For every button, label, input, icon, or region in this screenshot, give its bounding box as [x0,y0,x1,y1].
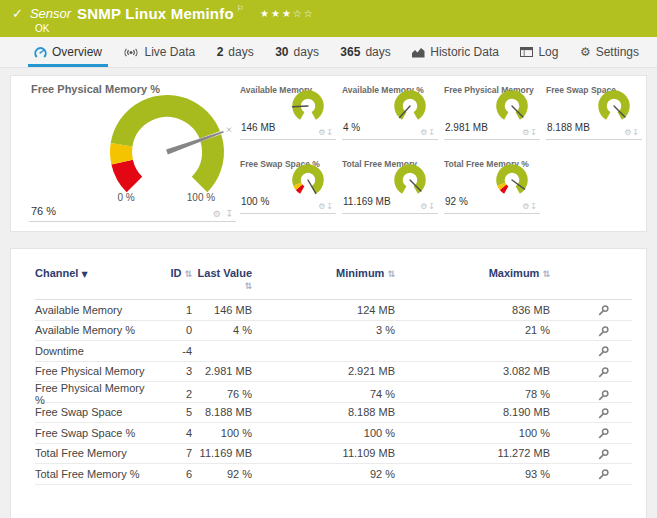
cell-maximum: 21 % [395,324,550,336]
cell-channel: Total Free Memory % [35,468,155,480]
gauge-value: 100 % [241,196,269,207]
cell-id: 0 [155,324,192,336]
tab-number: 365 [340,45,360,59]
gauge-tile-free-physical-memory-pct[interactable]: Free Physical Memory % 0 % 100 % 76 % ⚙ … [29,82,236,222]
tab-label: Live Data [144,45,195,59]
cell-channel: Free Physical Memory [35,365,155,377]
small-gauge [288,163,328,199]
cell-channel: Free Swap Space [35,406,155,418]
table-row-free-physical-memory[interactable]: Free Physical Memory32.981 MB2.921 MB3.0… [35,362,632,383]
cell-minimum: 8.188 MB [252,406,395,418]
channel-settings-icon[interactable] [598,427,610,439]
cell-id: 1 [155,304,192,316]
gauge-pin-icon[interactable]: ↧ [632,128,640,137]
gauge-settings-icon[interactable]: ⚙ [213,209,222,219]
tab-2-days[interactable]: 2days [211,37,260,67]
gauge-pin-icon[interactable]: ↧ [326,128,334,137]
overview-gauge-icon [34,46,47,59]
table-row-downtime[interactable]: Downtime-4 [35,341,632,362]
channel-settings-icon[interactable] [598,468,610,480]
tab-bar: OverviewLive Data2days30days365daysHisto… [0,37,657,68]
channel-settings-icon[interactable] [598,325,610,337]
table-header-row: Channel ▼ID ⇅Last Value ⇅Minimum ⇅Maximu… [35,261,632,300]
cell-maximum: 78 % [395,388,550,400]
channel-table-panel: Channel ▼ID ⇅Last Value ⇅Minimum ⇅Maximu… [10,248,647,518]
cell-id: -4 [155,345,192,357]
sort-icon: ⇅ [244,281,252,291]
cell-id: 4 [155,427,192,439]
channel-settings-icon[interactable] [598,448,610,460]
tab-30-days[interactable]: 30days [269,37,325,67]
small-gauges-grid: Available Memory146 MB⚙↧Available Memory… [240,83,642,214]
flag-icon[interactable]: ⚐ [237,4,244,13]
table-row-available-memory[interactable]: Available Memory %04 %3 %21 % [35,321,632,342]
cell-last-value: 8.188 MB [192,406,252,418]
cell-minimum: 11.109 MB [252,447,395,459]
table-row-total-free-memory[interactable]: Total Free Memory %692 %92 %93 % [35,464,632,485]
tab-label: Historic Data [430,45,499,59]
channel-settings-icon[interactable] [598,304,610,316]
sensor-kind-label: Sensor [30,6,71,21]
gauge-tile-total-free-memory[interactable]: Total Free Memory %92 %⚙↧ [444,157,540,214]
tab-live-data[interactable]: Live Data [117,37,201,67]
gauge-value: 76 % [31,205,56,217]
channel-settings-icon[interactable] [598,366,610,378]
cell-id: 3 [155,365,192,377]
tab-overview[interactable]: Overview [28,37,108,67]
gauge-pin-icon[interactable]: ↧ [326,202,334,211]
cell-last-value: 100 % [192,427,252,439]
historic-data-icon [412,47,425,58]
table-row-free-physical-memory[interactable]: Free Physical Memory %276 %74 %78 % [35,382,632,403]
cell-last-value: 11.169 MB [192,447,252,459]
channel-settings-icon[interactable] [598,389,610,401]
gauge-value: 92 % [445,196,468,207]
column-header-last-value[interactable]: Last Value ⇅ [192,267,252,291]
channel-settings-icon[interactable] [598,345,610,357]
gauge-tile-free-swap-space[interactable]: Free Swap Space8.188 MB⚙↧ [546,83,642,140]
column-header-maximum[interactable]: Maximum ⇅ [395,267,550,279]
cell-last-value: 76 % [192,388,252,400]
sort-icon: ⇅ [184,269,192,279]
gauge-value: 146 MB [241,122,275,133]
cell-maximum: 3.082 MB [395,365,550,377]
table-row-free-swap-space[interactable]: Free Swap Space58.188 MB8.188 MB8.190 MB [35,403,632,424]
cell-last-value: 4 % [192,324,252,336]
table-row-free-swap-space[interactable]: Free Swap Space %4100 %100 %100 % [35,423,632,444]
gauge-pin-icon[interactable]: ↧ [530,202,538,211]
gauge-pin-icon[interactable]: ↧ [530,128,538,137]
sort-icon: ⇅ [387,269,395,279]
gauge-tile-free-physical-memory[interactable]: Free Physical Memory2.981 MB⚙↧ [444,83,540,140]
column-header-channel[interactable]: Channel ▼ [35,267,155,279]
tab-historic-data[interactable]: Historic Data [406,37,505,67]
tab-log[interactable]: Log [514,37,564,67]
gauges-panel: Free Physical Memory % 0 % 100 % 76 % ⚙ … [10,75,647,232]
small-gauge [594,89,634,125]
cell-channel: Downtime [35,345,155,357]
gauge-tile-available-memory[interactable]: Available Memory146 MB⚙↧ [240,83,336,140]
column-header-id[interactable]: ID ⇅ [155,267,192,279]
cell-id: 2 [155,388,192,400]
cell-channel: Free Physical Memory % [35,382,155,406]
gauge-pin-icon[interactable]: ↧ [428,128,436,137]
gauge-tile-available-memory[interactable]: Available Memory %4 %⚙↧ [342,83,438,140]
cell-minimum: 124 MB [252,304,395,316]
tab-label: days [294,45,319,59]
channel-settings-icon[interactable] [598,407,610,419]
cell-maximum: 8.190 MB [395,406,550,418]
tab-label: days [365,45,390,59]
small-gauge [390,89,430,125]
tab-settings[interactable]: ⚙Settings [574,37,645,67]
tab-365-days[interactable]: 365days [334,37,396,67]
priority-stars[interactable]: ★★★☆☆ [260,8,315,19]
gauge-tile-free-swap-space[interactable]: Free Swap Space %100 %⚙↧ [240,157,336,214]
cell-maximum: 93 % [395,468,550,480]
column-header-minimum[interactable]: Minimum ⇅ [252,267,395,279]
gauge-pin-icon[interactable]: ↧ [225,209,234,219]
settings-gear-icon: ⚙ [580,46,591,58]
cell-last-value: 2.981 MB [192,365,252,377]
gauge-tile-total-free-memory[interactable]: Total Free Memory11.169 MB⚙↧ [342,157,438,214]
gauge-pin-icon[interactable]: ↧ [428,202,436,211]
status-ok-icon: ✓ [12,6,23,21]
table-row-available-memory[interactable]: Available Memory1146 MB124 MB836 MB [35,300,632,321]
table-row-total-free-memory[interactable]: Total Free Memory711.169 MB11.109 MB11.2… [35,444,632,465]
